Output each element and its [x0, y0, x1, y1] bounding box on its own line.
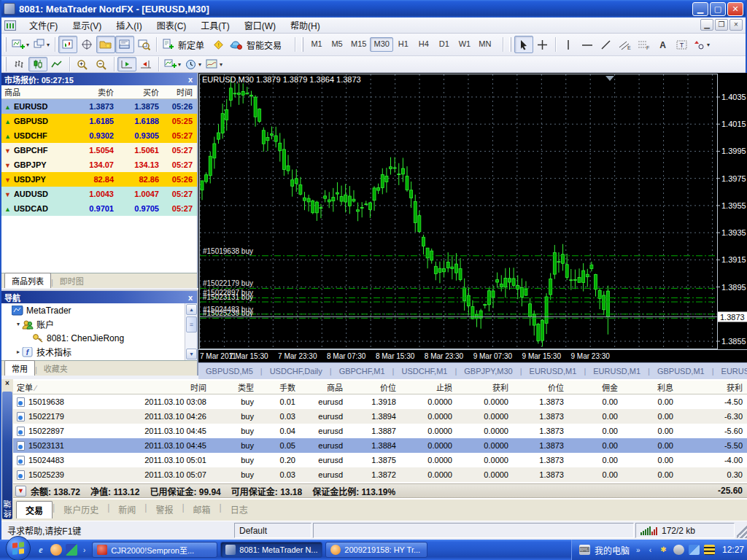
orders-column-6[interactable]: 止损 — [400, 381, 456, 393]
expert-advisors-button[interactable]: 智能交易 — [228, 36, 286, 53]
input-language-icon[interactable]: ✱ — [658, 545, 669, 555]
messenger-icon[interactable] — [50, 544, 62, 556]
order-row-15019638[interactable]: 150196382011.03.10 03:08buy0.01eurusd1.3… — [13, 394, 747, 409]
line-chart-button[interactable] — [47, 57, 66, 71]
market-watch-titlebar[interactable]: 市场报价: 05:27:15 x — [1, 73, 197, 85]
market-watch-row-usdchf[interactable]: ▲USDCHF0.93020.930505:27 — [1, 128, 197, 143]
navigator-tab-0[interactable]: 常用 — [4, 360, 35, 376]
orders-column-9[interactable]: 佣金 — [568, 381, 622, 393]
horizontal-line-tool-button[interactable] — [578, 36, 597, 53]
chart-tab-2[interactable]: GBPCHF,M1 — [332, 367, 392, 376]
network-icon[interactable] — [689, 545, 700, 555]
market-watch-row-gbpchf[interactable]: ▼GBPCHF1.50541.506105:27 — [1, 143, 197, 158]
terminal-toggle[interactable] — [115, 36, 134, 53]
status-profile[interactable]: Default — [234, 523, 311, 538]
strategy-tester-toggle[interactable] — [134, 36, 153, 53]
chart-canvas[interactable]: #15019638 buy#15022179 buy#15022897 buy#… — [198, 73, 747, 362]
chart-tab-1[interactable]: USDCHF,Daily — [263, 367, 330, 376]
terminal-tab-2[interactable]: 新闻 — [109, 501, 144, 518]
minimize-button[interactable]: ▁ — [692, 2, 708, 16]
resize-grip[interactable] — [737, 523, 747, 538]
terminal-close-icon[interactable]: × — [1, 379, 13, 391]
orders-column-3[interactable]: 手数 — [258, 381, 299, 393]
terminal-tab-1[interactable]: 账户历史 — [55, 501, 107, 518]
equidistant-channel-tool-button[interactable]: E — [616, 36, 635, 53]
orders-column-5[interactable]: 价位 — [347, 381, 400, 393]
chart-tab-0[interactable]: GBPUSD,M5 — [198, 367, 260, 376]
expand-icon[interactable]: ▸ — [15, 349, 22, 355]
market-watch-row-eurusd[interactable]: ▲EURUSD1.38731.387505:26 — [1, 99, 197, 114]
child-close-button[interactable]: × — [729, 19, 743, 31]
text-tool-button[interactable]: A — [654, 36, 673, 53]
task-button-1[interactable]: 8081: MetaTrader N... — [220, 542, 322, 558]
profiles-button[interactable]: ▾ — [31, 36, 52, 53]
orders-column-11[interactable]: 获利 — [677, 381, 746, 393]
my-computer-toolbar[interactable]: 我的电脑 — [595, 544, 630, 556]
market-watch-row-usdjpy[interactable]: ▼USDJPY82.8482.8605:26 — [1, 172, 197, 187]
order-row-15024483[interactable]: 150244832011.03.10 05:01buy0.20eurusd1.3… — [13, 453, 747, 467]
zoom-in-button[interactable] — [73, 57, 92, 71]
expand-icon[interactable]: ▾ — [15, 321, 22, 327]
toolbar-grip[interactable] — [301, 37, 303, 52]
terminal-tab-3[interactable]: 警报 — [147, 501, 182, 518]
market-watch-row-usdcad[interactable]: ▲USDCAD0.97010.970505:27 — [1, 201, 197, 216]
internet-explorer-icon[interactable]: e — [35, 544, 47, 556]
navigator-close-icon[interactable]: x — [187, 293, 194, 302]
mw-column-0[interactable]: 商品 — [1, 86, 71, 98]
candlestick-chart-button[interactable] — [28, 57, 47, 71]
trendline-tool-button[interactable] — [597, 36, 616, 53]
menu-item-c[interactable]: 图表(C) — [150, 17, 194, 34]
task-button-2[interactable]: 2009219158: HY Tr... — [325, 542, 427, 558]
navigator-titlebar[interactable]: 导航 x — [1, 291, 197, 303]
terminal-tab-0[interactable]: 交易 — [16, 501, 53, 518]
timeframe-h1-button[interactable]: H1 — [393, 37, 414, 52]
scroll-up-icon[interactable]: ▲ — [186, 304, 197, 315]
order-row-15023131[interactable]: 150231312011.03.10 04:45buy0.05eurusd1.3… — [13, 438, 747, 453]
new-chart-button[interactable]: ▾ — [9, 36, 31, 53]
chart-tab-8[interactable]: EURUSD,M — [714, 367, 747, 376]
menu-item-f[interactable]: 文件(F) — [22, 17, 65, 34]
mw-column-2[interactable]: 买价 — [117, 86, 162, 98]
indicators-button[interactable]: ▾ — [162, 57, 183, 71]
maximize-button[interactable]: ▢ — [710, 2, 726, 16]
timeframe-m5-button[interactable]: M5 — [327, 37, 347, 52]
chart-tab-5[interactable]: EURUSD,M1 — [522, 367, 584, 376]
orders-header[interactable]: 定单 ∕时间类型手数商品价位止损获利价位佣金利息获利 — [13, 381, 747, 394]
menu-item-t[interactable]: 工具(T) — [193, 17, 236, 34]
navigator-item-3[interactable]: ▸f技术指标 — [1, 345, 185, 359]
navigator-item-0[interactable]: MetaTrader — [1, 303, 185, 317]
vertical-line-tool-button[interactable] — [559, 36, 578, 53]
market-watch-row-gbpjpy[interactable]: ▼GBPJPY134.07134.1305:27 — [1, 158, 197, 172]
chart-tab-3[interactable]: USDCHF,M1 — [394, 367, 454, 376]
menu-item-i[interactable]: 插入(I) — [109, 17, 149, 34]
title-bar[interactable]: 8081: MetaTrader NordFX - [EURUSD,M30] ▁… — [1, 0, 746, 18]
menu-item-v[interactable]: 显示(V) — [65, 17, 109, 34]
collapse-summary-icon[interactable]: ▼ — [15, 486, 26, 497]
arrows-tool-button[interactable]: ▾ — [692, 36, 712, 53]
toolbar-grip[interactable] — [4, 37, 7, 52]
market-watch-row-gbpusd[interactable]: ▲GBPUSD1.61851.618805:25 — [1, 114, 197, 128]
menu-item-h[interactable]: 帮助(H) — [283, 17, 328, 34]
keyboard-icon[interactable]: ⌨ — [579, 545, 590, 555]
timeframe-m30-button[interactable]: M30 — [370, 37, 392, 52]
desktop-icon[interactable] — [66, 544, 77, 556]
start-button[interactable] — [6, 536, 31, 560]
menu-item-w[interactable]: 窗口(W) — [237, 17, 283, 34]
timeframe-mn-button[interactable]: MN — [475, 37, 495, 52]
orders-column-10[interactable]: 利息 — [622, 381, 677, 393]
timeframe-h4-button[interactable]: H4 — [414, 37, 434, 52]
toolbar-grip[interactable] — [4, 57, 7, 71]
market-watch-tab-0[interactable]: 商品列表 — [4, 273, 51, 288]
navigator-item-2[interactable]: 8081: ChenJieRong — [1, 331, 185, 345]
orders-column-7[interactable]: 获利 — [456, 381, 512, 393]
order-row-15022179[interactable]: 150221792011.03.10 04:26buy0.03eurusd1.3… — [13, 409, 747, 424]
timeframe-m1-button[interactable]: M1 — [306, 37, 327, 52]
close-button[interactable]: ✕ — [727, 2, 743, 16]
chart-tab-6[interactable]: EURUSD,M1 — [586, 367, 648, 376]
zoom-out-button[interactable] — [92, 57, 111, 71]
templates-button[interactable]: ▾ — [204, 57, 225, 71]
navigator-scrollbar[interactable]: ▲ ▼ — [185, 303, 197, 360]
auto-scroll-button[interactable] — [117, 57, 136, 71]
toolbar-expand-icon[interactable]: » — [634, 546, 643, 554]
price-chart[interactable]: #15019638 buy#15022179 buy#15022897 buy#… — [198, 73, 747, 362]
